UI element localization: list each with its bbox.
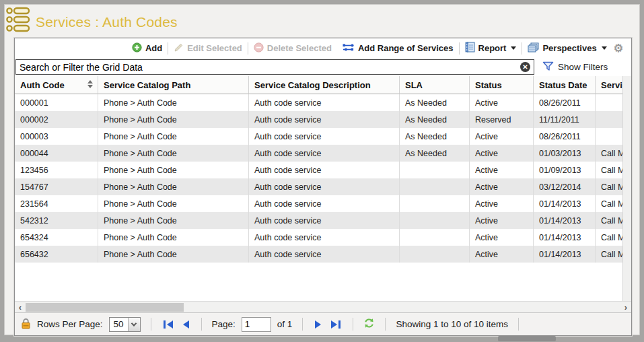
rows-per-page-label: Rows Per Page: <box>37 319 103 329</box>
table-row[interactable]: 000002Phone > Auth CodeAuth code service… <box>15 111 622 128</box>
first-page-button[interactable] <box>162 320 175 329</box>
table-cell: Call Manag <box>596 212 622 229</box>
table-cell: 542312 <box>15 212 98 229</box>
sort-icon[interactable] <box>87 80 93 88</box>
last-page-button[interactable] <box>329 320 343 329</box>
table-cell: 000002 <box>15 111 98 128</box>
scroll-right-arrow[interactable]: › <box>620 302 631 312</box>
table-cell: 000001 <box>15 94 98 111</box>
scroll-left-arrow[interactable]: ‹ <box>15 302 26 312</box>
table-cell: Phone > Auth Code <box>98 162 249 178</box>
table-row[interactable]: 231564Phone > Auth CodeAuth code service… <box>15 195 622 212</box>
add-icon <box>132 42 142 55</box>
search-box: ✕ <box>15 59 534 75</box>
table-cell <box>400 195 470 212</box>
table-cell: 01/14/2013 <box>534 246 596 263</box>
page-number-input[interactable] <box>242 317 271 332</box>
lock-icon[interactable] <box>21 318 31 331</box>
column-header-sla[interactable]: SLA <box>400 76 470 94</box>
table-cell: 000044 <box>15 145 98 162</box>
table-cell: Auth code service <box>249 178 400 195</box>
table-cell: Phone > Auth Code <box>98 94 249 111</box>
table-cell: 000003 <box>15 128 98 145</box>
column-header-status[interactable]: Status <box>470 76 534 94</box>
combo-dropdown-button[interactable] <box>128 318 140 331</box>
scrollbar-thumb[interactable] <box>26 303 184 312</box>
previous-triangle-icon <box>167 320 173 329</box>
table-row[interactable]: 000001Phone > Auth CodeAuth code service… <box>15 94 622 111</box>
delete-icon <box>254 42 264 55</box>
table-cell: 01/14/2013 <box>534 212 596 229</box>
clear-search-icon[interactable]: ✕ <box>520 62 530 72</box>
table-cell: 123456 <box>15 162 98 178</box>
table-row[interactable]: 656432Phone > Auth CodeAuth code service… <box>15 246 622 263</box>
table-cell: Auth code service <box>249 145 400 162</box>
table-cell: 154767 <box>15 178 98 195</box>
table-cell: Active <box>470 94 534 111</box>
table-cell: Auth code service <box>249 94 400 111</box>
add-range-of-services-button[interactable]: Add Range of Services <box>337 43 459 54</box>
table-cell: Phone > Auth Code <box>98 128 249 145</box>
table-cell: Phone > Auth Code <box>98 111 249 128</box>
column-header-service-host[interactable]: Service H <box>596 76 622 94</box>
table-cell: Call Manag <box>596 178 622 195</box>
pencil-icon <box>174 42 184 55</box>
page-background: Services : Auth Codes Add <box>4 4 640 335</box>
separator <box>353 318 353 331</box>
vertical-scrollbar[interactable] <box>622 76 631 301</box>
delete-selected-label: Delete Selected <box>267 43 332 53</box>
table-cell <box>596 128 622 145</box>
table-body: 000001Phone > Auth CodeAuth code service… <box>15 94 622 263</box>
table-row[interactable]: 000044Phone > Auth CodeAuth code service… <box>15 145 622 162</box>
table-row[interactable]: 542312Phone > Auth CodeAuth code service… <box>15 212 622 229</box>
table-cell: Call Manag <box>596 246 622 263</box>
table-cell: 656432 <box>15 246 98 263</box>
search-row: ✕ Show Filters <box>15 58 631 76</box>
outer-scrollbar-thumb[interactable] <box>498 336 556 341</box>
table-cell: Phone > Auth Code <box>98 178 249 195</box>
refresh-icon[interactable] <box>363 318 375 331</box>
page-label: Page: <box>212 319 236 329</box>
gear-icon[interactable]: ⚙ <box>612 43 627 54</box>
search-input[interactable] <box>16 62 520 73</box>
perspectives-label: Perspectives <box>542 43 596 53</box>
table-cell: Phone > Auth Code <box>98 145 249 162</box>
table-cell: 01/09/2013 <box>534 162 596 178</box>
table-row[interactable]: 123456Phone > Auth CodeAuth code service… <box>15 162 622 178</box>
table-row[interactable]: 154767Phone > Auth CodeAuth code service… <box>15 178 622 195</box>
scrollbar-track[interactable] <box>26 302 620 312</box>
table-cell: As Needed <box>400 111 470 128</box>
table-cell: Call Manag <box>596 145 622 162</box>
title-bar: Services : Auth Codes <box>5 5 639 36</box>
table-cell: Phone > Auth Code <box>98 212 249 229</box>
report-button[interactable]: Report <box>460 42 522 55</box>
column-header-status-date[interactable]: Status Date <box>534 76 596 94</box>
table-cell: Call Manag <box>596 162 622 178</box>
table-cell: 08/26/2011 <box>534 94 596 111</box>
horizontal-scrollbar[interactable]: ‹ › <box>15 301 631 312</box>
rows-per-page-select[interactable]: 50 <box>109 317 141 332</box>
show-filters-button[interactable]: Show Filters <box>542 61 629 73</box>
table-cell: Auth code service <box>249 212 400 229</box>
edit-selected-button[interactable]: Edit Selected <box>168 42 248 55</box>
table-cell <box>596 111 622 128</box>
add-button[interactable]: Add <box>127 42 168 55</box>
column-header-service-catalog-path[interactable]: Service Catalog Path <box>98 76 249 94</box>
perspectives-button[interactable]: Perspectives <box>522 42 612 55</box>
table-row[interactable]: 000003Phone > Auth CodeAuth code service… <box>15 128 622 145</box>
toolbar: Add Edit Selected <box>15 38 631 58</box>
table-cell: Active <box>470 178 534 195</box>
previous-page-button[interactable] <box>181 320 191 329</box>
next-page-button[interactable] <box>313 320 323 329</box>
separator <box>385 318 386 331</box>
table-cell: Active <box>470 246 534 263</box>
table-cell: Auth code service <box>249 162 400 178</box>
table-cell: Active <box>470 128 534 145</box>
column-header-service-catalog-description[interactable]: Service Catalog Description <box>249 76 400 94</box>
table-row[interactable]: 654324Phone > Auth CodeAuth code service… <box>15 229 622 246</box>
pagination-bar: Rows Per Page: 50 Page: o <box>15 312 631 335</box>
filter-funnel-icon <box>542 61 554 73</box>
column-header-auth-code[interactable]: Auth Code <box>15 76 98 94</box>
table-cell: 654324 <box>15 229 98 246</box>
delete-selected-button[interactable]: Delete Selected <box>248 42 337 55</box>
